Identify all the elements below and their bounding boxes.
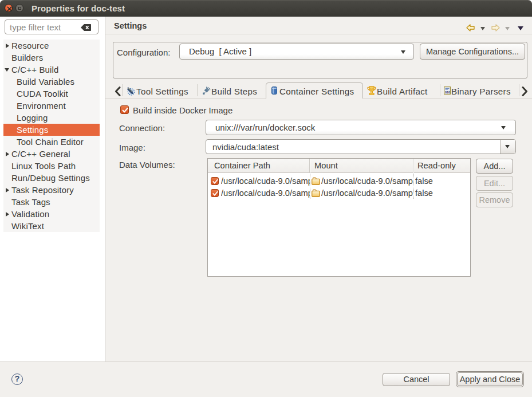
svg-text:010: 010 bbox=[445, 91, 450, 94]
